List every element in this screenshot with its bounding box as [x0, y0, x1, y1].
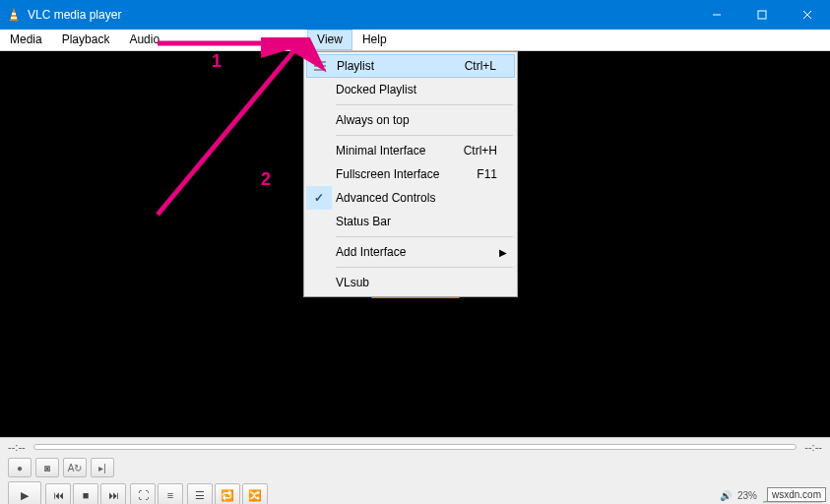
- menu-item-docked-playlist[interactable]: Docked Playlist: [306, 78, 515, 101]
- loop-ab-button[interactable]: A↻: [63, 458, 87, 477]
- menu-item-playlist[interactable]: Playlist Ctrl+L: [306, 54, 515, 78]
- menu-label: Playlist: [333, 59, 465, 73]
- menu-item-status-bar[interactable]: Status Bar: [306, 210, 515, 233]
- frame-step-button[interactable]: ▸|: [91, 458, 114, 477]
- menu-accel: F11: [477, 167, 515, 181]
- svg-rect-4: [758, 11, 766, 19]
- window-title: VLC media player: [28, 8, 121, 22]
- menu-item-advanced-controls[interactable]: ✓ Advanced Controls: [306, 186, 515, 210]
- menu-label: Minimal Interface: [332, 144, 464, 158]
- playlist-button[interactable]: ☰: [187, 483, 213, 504]
- vlc-logo-icon: [6, 7, 22, 23]
- menubar: Media Playback Audio View Help: [0, 30, 830, 51]
- svg-rect-1: [12, 13, 16, 15]
- svg-rect-2: [11, 17, 17, 19]
- close-button[interactable]: [785, 0, 830, 30]
- menu-audio[interactable]: Audio: [119, 30, 169, 50]
- shuffle-button[interactable]: 🔀: [242, 483, 268, 504]
- menu-separator: [336, 267, 513, 268]
- menu-label: Always on top: [332, 113, 515, 127]
- playlist-icon: [313, 61, 327, 71]
- menu-accel: Ctrl+L: [465, 59, 514, 73]
- seek-track[interactable]: [33, 444, 798, 450]
- menu-item-fullscreen-interface[interactable]: Fullscreen Interface F11: [306, 162, 515, 186]
- menu-label: Advanced Controls: [332, 191, 515, 205]
- mute-icon[interactable]: 🔊: [720, 490, 732, 501]
- view-dropdown: Playlist Ctrl+L Docked Playlist Always o…: [303, 51, 518, 297]
- menu-label: Status Bar: [332, 215, 515, 228]
- loop-button[interactable]: 🔁: [215, 483, 240, 504]
- controls-panel: --:-- --:-- ● ◙ A↻ ▸| ▶ ⏮ ■ ⏭ ⛶ ≡ ☰ 🔁 🔀 …: [0, 437, 830, 504]
- stop-button[interactable]: ■: [73, 483, 98, 504]
- menu-label: Add Interface: [332, 245, 515, 259]
- menu-playback[interactable]: Playback: [52, 30, 120, 50]
- watermark: wsxdn.com: [767, 487, 826, 502]
- menu-separator: [336, 236, 513, 237]
- menu-help[interactable]: Help: [352, 30, 397, 50]
- menu-media[interactable]: Media: [0, 30, 52, 50]
- menu-label: VLsub: [332, 276, 515, 289]
- next-button[interactable]: ⏭: [100, 483, 126, 504]
- menu-separator: [336, 135, 513, 136]
- menu-label: Docked Playlist: [332, 83, 515, 96]
- menu-label: Fullscreen Interface: [332, 167, 477, 181]
- menu-view[interactable]: View: [307, 30, 352, 50]
- time-elapsed: --:--: [8, 441, 26, 453]
- seek-bar: --:-- --:--: [0, 438, 830, 456]
- window-controls: [694, 0, 830, 30]
- record-button[interactable]: ●: [8, 458, 32, 477]
- menu-separator: [336, 104, 513, 105]
- menu-item-vlsub[interactable]: VLsub: [306, 271, 515, 294]
- fullscreen-button[interactable]: ⛶: [130, 483, 156, 504]
- minimize-button[interactable]: [694, 0, 739, 30]
- volume-percent: 23%: [737, 490, 757, 501]
- titlebar: VLC media player: [0, 0, 830, 30]
- menu-item-add-interface[interactable]: Add Interface ▶: [306, 240, 515, 264]
- prev-button[interactable]: ⏮: [45, 483, 71, 504]
- submenu-arrow-icon: ▶: [499, 247, 507, 258]
- menu-accel: Ctrl+H: [464, 144, 515, 158]
- snapshot-button[interactable]: ◙: [35, 458, 59, 477]
- menu-item-always-on-top[interactable]: Always on top: [306, 108, 515, 132]
- time-total: --:--: [804, 441, 822, 453]
- check-icon: ✓: [314, 191, 324, 205]
- play-button[interactable]: ▶: [8, 481, 41, 504]
- maximize-button[interactable]: [739, 0, 785, 30]
- ext-settings-button[interactable]: ≡: [158, 483, 183, 504]
- menu-item-minimal-interface[interactable]: Minimal Interface Ctrl+H: [306, 139, 515, 162]
